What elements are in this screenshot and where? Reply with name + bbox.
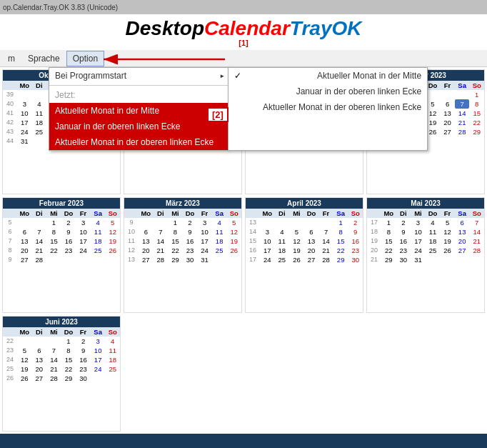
cal-day[interactable]: 2	[183, 218, 198, 227]
cal-day[interactable]: 25	[212, 246, 227, 255]
cal-day[interactable]: 13	[32, 355, 47, 364]
cal-day[interactable]: 22	[168, 246, 183, 255]
cal-day[interactable]	[46, 337, 61, 346]
cal-day[interactable]: 13	[304, 237, 319, 246]
cal-day[interactable]: 17	[76, 237, 91, 246]
cal-day[interactable]	[154, 218, 169, 227]
cal-day[interactable]	[289, 218, 304, 227]
cal-day[interactable]: 25	[426, 246, 441, 255]
cal-day[interactable]: 19	[17, 364, 32, 374]
cal-day[interactable]: 15	[61, 355, 76, 364]
cal-day[interactable]: 2	[348, 218, 363, 227]
cal-day[interactable]: 7	[318, 227, 333, 237]
cal-day[interactable]: 28	[46, 374, 61, 383]
cal-day[interactable]	[17, 337, 32, 346]
cal-day[interactable]: 10	[197, 227, 212, 237]
cal-day[interactable]: 15	[333, 237, 348, 246]
cal-day[interactable]: 13	[17, 237, 32, 246]
cal-day[interactable]	[440, 90, 455, 99]
cal-day[interactable]: 7	[455, 99, 470, 109]
cal-day[interactable]: 7	[46, 346, 61, 355]
cal-day[interactable]: 26	[17, 374, 32, 383]
cal-day[interactable]: 6	[440, 99, 455, 109]
cal-day[interactable]: 14	[154, 237, 169, 246]
cal-day[interactable]: 5	[105, 218, 120, 227]
cal-day[interactable]: 27	[17, 255, 32, 264]
cal-day[interactable]: 7	[32, 227, 47, 237]
cal-day[interactable]: 23	[183, 246, 198, 255]
cal-day[interactable]: 22	[469, 118, 484, 127]
cal-day[interactable]: 3	[411, 218, 426, 227]
cal-day[interactable]: 30	[348, 255, 363, 264]
cal-day[interactable]: 16	[61, 237, 76, 246]
cal-day[interactable]: 22	[61, 364, 76, 374]
cal-day[interactable]: 25	[32, 127, 47, 136]
cal-day[interactable]: 13	[455, 227, 470, 237]
cal-day[interactable]: 29	[469, 127, 484, 136]
cal-day[interactable]: 10	[411, 227, 426, 237]
cal-day[interactable]: 28	[154, 255, 169, 264]
cal-day[interactable]: 23	[76, 364, 91, 374]
cal-day[interactable]: 1	[333, 218, 348, 227]
cal-day[interactable]: 30	[396, 255, 411, 264]
cal-day[interactable]: 30	[76, 374, 91, 383]
cal-day[interactable]: 29	[381, 255, 396, 264]
cal-day[interactable]: 3	[76, 218, 91, 227]
cal-day[interactable]	[91, 255, 106, 264]
cal-day[interactable]: 19	[105, 237, 120, 246]
cal-day[interactable]: 9	[348, 227, 363, 237]
cal-day[interactable]	[32, 218, 47, 227]
cal-day[interactable]: 21	[469, 237, 484, 246]
cal-day[interactable]: 5	[17, 346, 32, 355]
cal-day[interactable]: 3	[260, 227, 275, 237]
cal-day[interactable]: 10	[17, 109, 32, 118]
cal-day[interactable]: 24	[411, 246, 426, 255]
cal-day[interactable]: 6	[139, 227, 154, 237]
cal-day[interactable]: 18	[105, 355, 120, 364]
cal-day[interactable]: 31	[197, 255, 212, 264]
cal-day[interactable]: 15	[381, 237, 396, 246]
cal-day[interactable]: 26	[289, 255, 304, 264]
cal-day[interactable]: 18	[32, 118, 47, 127]
dropdown-sub-item-1[interactable]: ✓ Aktueller Monat in der Mitte	[229, 68, 427, 84]
cal-day[interactable]	[455, 255, 470, 264]
cal-day[interactable]: 24	[17, 127, 32, 136]
cal-day[interactable]: 14	[455, 109, 470, 118]
cal-day[interactable]	[440, 255, 455, 264]
cal-day[interactable]: 8	[469, 99, 484, 109]
cal-day[interactable]: 3	[197, 218, 212, 227]
cal-day[interactable]	[455, 90, 470, 99]
cal-day[interactable]: 17	[91, 355, 106, 364]
cal-day[interactable]: 13	[139, 237, 154, 246]
cal-day[interactable]: 17	[411, 237, 426, 246]
cal-day[interactable]: 1	[469, 90, 484, 99]
cal-day[interactable]: 28	[318, 255, 333, 264]
cal-day[interactable]: 6	[455, 218, 470, 227]
cal-day[interactable]: 16	[76, 355, 91, 364]
cal-day[interactable]: 8	[168, 227, 183, 237]
cal-day[interactable]: 27	[32, 374, 47, 383]
menu-item-option[interactable]: Option	[66, 51, 104, 66]
dropdown-item-bei-programmstart[interactable]: Bei Programmstart ►	[49, 68, 228, 84]
cal-day[interactable]: 19	[226, 237, 241, 246]
cal-day[interactable]: 8	[381, 227, 396, 237]
cal-day[interactable]: 23	[61, 246, 76, 255]
cal-day[interactable]: 22	[381, 246, 396, 255]
cal-day[interactable]: 27	[440, 127, 455, 136]
cal-day[interactable]: 6	[32, 346, 47, 355]
cal-day[interactable]: 1	[61, 337, 76, 346]
cal-day[interactable]: 4	[212, 218, 227, 227]
cal-day[interactable]: 18	[212, 237, 227, 246]
cal-day[interactable]: 3	[91, 337, 106, 346]
dropdown-sub-item-3[interactable]: Aktueller Monat in der oberen linken Eck…	[229, 99, 427, 115]
cal-day[interactable]: 11	[426, 227, 441, 237]
cal-day[interactable]: 16	[183, 237, 198, 246]
cal-day[interactable]: 26	[226, 246, 241, 255]
cal-day[interactable]: 20	[440, 118, 455, 127]
cal-day[interactable]	[469, 136, 484, 146]
cal-day[interactable]: 27	[455, 246, 470, 255]
cal-day[interactable]	[105, 374, 120, 383]
cal-day[interactable]: 21	[32, 246, 47, 255]
dropdown-sub-item-2[interactable]: Januar in der oberen linken Ecke	[229, 84, 427, 99]
cal-day[interactable]: 4	[91, 218, 106, 227]
